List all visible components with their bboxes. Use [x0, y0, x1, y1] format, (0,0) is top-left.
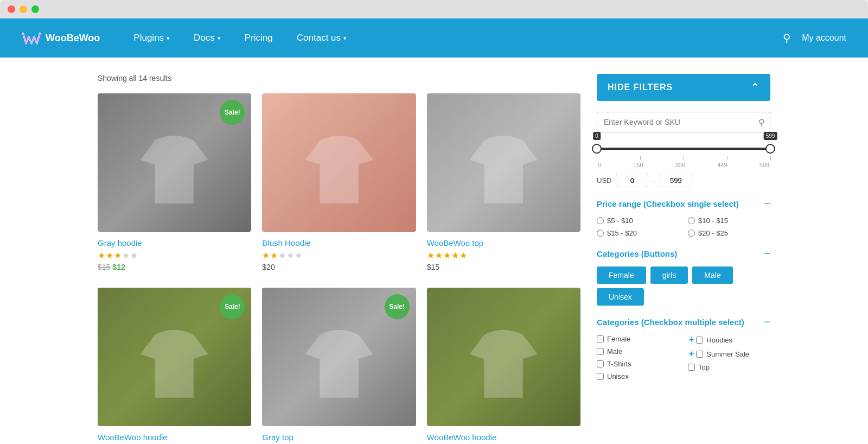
nav-contact[interactable]: Contact us ▾ [285, 18, 359, 58]
product-img-wbw-hoodie-1: Sale! [98, 288, 251, 426]
shirt-svg-wbw-hoodie-2 [450, 315, 557, 413]
close-dot[interactable] [8, 5, 15, 13]
star-empty: ★ [278, 250, 286, 261]
radio-20-25-input[interactable] [688, 230, 695, 237]
shirt-svg-blush-hoodie [285, 121, 393, 218]
categories-buttons-header: Categories (Buttons) − [597, 248, 770, 259]
product-card-wbw-top[interactable]: WooBeWoo top★★★★★$15 [427, 93, 580, 271]
price-min-input[interactable] [616, 174, 648, 187]
product-card-wbw-hoodie-2[interactable]: WooBeWoo hoodie★★★★★$18 [427, 288, 580, 444]
hide-filters-button[interactable]: HIDE FILTERS ⌃ [597, 74, 770, 101]
brand-logo-icon [22, 30, 41, 46]
slider-track [597, 148, 770, 150]
navbar: WooBeWoo Plugins ▾ Docs ▾ Pricing Contac… [0, 18, 868, 58]
price-radio-grid: $5 - $10 $10 - $15 $15 - $20 $20 - $25 [597, 217, 770, 237]
cb-male[interactable]: Male [597, 347, 679, 356]
price-max-input[interactable] [660, 174, 692, 187]
keyword-input[interactable] [597, 112, 770, 132]
product-price-gray-hoodie: $15$12 [98, 263, 251, 271]
product-card-wbw-hoodie-1[interactable]: Sale!WooBeWoo hoodie★★★★★$10 – $18 [98, 288, 251, 444]
product-name-wbw-hoodie-2[interactable]: WooBeWoo hoodie [427, 433, 580, 442]
slider-min-thumb[interactable]: 0 [592, 144, 602, 154]
chevron-up-icon: ⌃ [751, 81, 760, 93]
maximize-dot[interactable] [31, 5, 39, 13]
brand-link[interactable]: WooBeWoo [22, 30, 100, 46]
categories-buttons-collapse-btn[interactable]: − [764, 248, 770, 259]
cb-male-input[interactable] [597, 348, 604, 355]
categories-checkbox-header: Categories (Checkbox multiple select) − [597, 316, 770, 327]
slider-max-thumb[interactable]: 599 [765, 144, 775, 154]
shirt-svg-wbw-hoodie-1 [120, 315, 228, 412]
price-slider-section: 0 599 0 150 300 449 599 [597, 143, 770, 187]
minimize-dot[interactable] [20, 5, 27, 13]
radio-10-15[interactable]: $10 - $15 [688, 217, 770, 225]
checkbox-left-col: Female Male T-Shirts Unisex [597, 335, 679, 380]
product-name-wbw-hoodie-1[interactable]: WooBeWoo hoodie [98, 433, 251, 442]
cat-btn-male[interactable]: Male [692, 267, 732, 284]
cb-summer-sale[interactable]: Summer Sale [696, 350, 749, 358]
cb-tshirts[interactable]: T-Shirts [597, 360, 679, 368]
search-icon[interactable]: ⚲ [783, 31, 791, 45]
radio-5-10[interactable]: $5 - $10 [597, 217, 679, 225]
radio-10-15-input[interactable] [688, 217, 695, 224]
cb-top-input[interactable] [688, 364, 695, 371]
nav-pricing[interactable]: Pricing [233, 18, 285, 58]
product-name-blush-hoodie[interactable]: Blush Hoodie [262, 238, 416, 248]
single-price: $20 [262, 263, 275, 271]
radio-20-25[interactable]: $20 - $25 [688, 229, 770, 237]
cb-unisex[interactable]: Unisex [597, 372, 679, 380]
nav-docs[interactable]: Docs ▾ [182, 18, 233, 58]
product-price-blush-hoodie: $20 [262, 263, 416, 271]
keyword-search-icon[interactable]: ⚲ [758, 117, 765, 128]
product-img-wbw-top [427, 93, 580, 232]
cb-unisex-input[interactable] [597, 373, 604, 380]
plugins-arrow-icon: ▾ [167, 35, 170, 42]
star-empty: ★ [286, 250, 294, 261]
cb-female-input[interactable] [597, 335, 604, 342]
product-stars-wbw-top: ★★★★★ [427, 250, 580, 261]
price-range-title: Price range (Checkbox single select) [597, 199, 739, 208]
star-empty: ★ [295, 250, 302, 261]
cat-btn-female[interactable]: Female [597, 267, 646, 284]
product-card-blush-hoodie[interactable]: Blush Hoodie★★★★★$20 [262, 93, 416, 271]
product-card-gray-top[interactable]: Sale!Gray top★★★★★$12 – $14 [262, 288, 416, 444]
product-card-gray-hoodie[interactable]: Sale!Gray hoodie★★★★★$15$12 [98, 93, 251, 271]
price-range-filter-section: Price range (Checkbox single select) − $… [597, 198, 770, 237]
nav-plugins[interactable]: Plugins ▾ [122, 18, 182, 58]
cb-tshirts-input[interactable] [597, 360, 604, 367]
product-img-blush-hoodie [262, 93, 416, 232]
star-filled: ★ [427, 250, 435, 261]
cb-hoodies-input[interactable] [696, 337, 703, 344]
price-range-header: Price range (Checkbox single select) − [597, 198, 770, 209]
radio-15-20-input[interactable] [597, 230, 604, 237]
shirt-svg-gray-hoodie [120, 121, 228, 218]
contact-arrow-icon: ▾ [343, 35, 347, 42]
cat-btn-unisex[interactable]: Unisex [597, 288, 644, 306]
cat-btn-girls[interactable]: girls [650, 267, 688, 284]
cb-top[interactable]: Top [688, 363, 770, 371]
sale-badge-gray-hoodie: Sale! [220, 100, 245, 125]
categories-checkbox-collapse-btn[interactable]: − [764, 316, 770, 327]
tick-2 [684, 156, 684, 160]
cb-female[interactable]: Female [597, 335, 679, 343]
radio-5-10-input[interactable] [597, 217, 604, 224]
product-name-gray-hoodie[interactable]: Gray hoodie [98, 238, 251, 248]
star-filled: ★ [98, 250, 105, 261]
cb-hoodies[interactable]: Hoodies [696, 336, 732, 344]
star-filled: ★ [443, 250, 451, 261]
nav-links: Plugins ▾ Docs ▾ Pricing Contact us ▾ [122, 18, 783, 58]
tick-1 [640, 156, 641, 160]
cb-summer-sale-input[interactable] [696, 351, 703, 358]
price-range-collapse-btn[interactable]: − [764, 198, 770, 209]
radio-15-20[interactable]: $15 - $20 [597, 229, 679, 237]
product-img-wbw-hoodie-2 [427, 288, 580, 426]
brand-name-label: WooBeWoo [46, 33, 100, 44]
star-filled: ★ [106, 250, 113, 261]
my-account-link[interactable]: My account [802, 33, 846, 43]
checkbox-right-col: + Hoodies + Summer Sale [688, 335, 770, 380]
star-filled: ★ [451, 250, 459, 261]
tick-3 [727, 156, 727, 160]
product-name-wbw-top[interactable]: WooBeWoo top [427, 238, 580, 248]
product-name-gray-top[interactable]: Gray top [262, 433, 416, 442]
product-stars-gray-hoodie: ★★★★★ [98, 250, 251, 261]
